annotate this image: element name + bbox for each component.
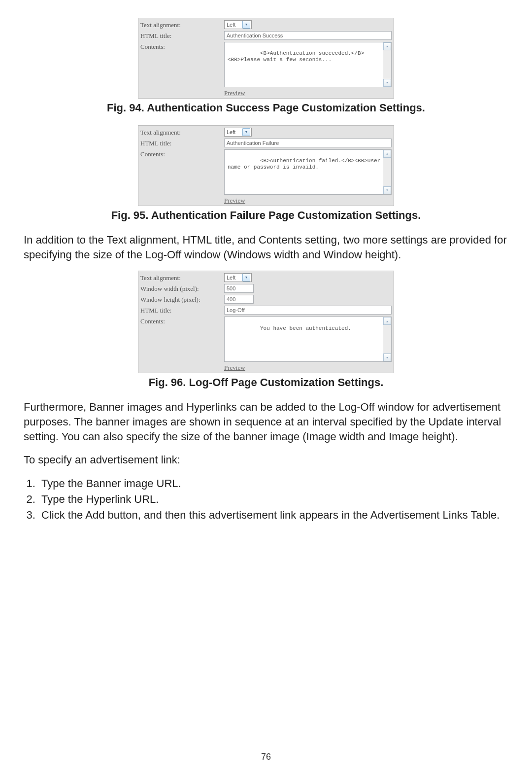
ad-link-steps: Type the Banner image URL. Type the Hype… <box>24 476 508 522</box>
scroll-down-button[interactable]: ▾ <box>383 186 391 194</box>
document-page: Text alignment: Left ▾ HTML title: Authe… <box>0 0 532 774</box>
row-html-title: HTML title: Authentication Success <box>140 31 392 40</box>
label-window-width: Window width (pixel): <box>140 284 224 293</box>
html-title-input[interactable]: Authentication Success <box>224 31 392 40</box>
scroll-up-button[interactable]: ▴ <box>383 317 391 325</box>
figure-caption-96: Fig. 96. Log-Off Page Customization Sett… <box>24 376 508 389</box>
text-alignment-select[interactable]: Left ▾ <box>224 20 252 29</box>
contents-textarea[interactable]: You have been authenticated. ▴ ▾ <box>224 317 392 362</box>
text-alignment-value: Left <box>227 129 235 135</box>
row-html-title: HTML title: Log-Off <box>140 306 392 315</box>
row-window-height: Window height (pixel): 400 <box>140 295 392 304</box>
label-text-alignment: Text alignment: <box>140 20 224 29</box>
auth-failure-settings-box: Text alignment: Left ▾ HTML title: Authe… <box>138 125 394 206</box>
html-title-input[interactable]: Log-Off <box>224 306 392 315</box>
contents-text: You have been authenticated. <box>260 325 351 331</box>
window-height-input[interactable]: 400 <box>224 295 254 304</box>
preview-row: Preview <box>140 197 392 205</box>
preview-row: Preview <box>140 89 392 97</box>
text-alignment-select[interactable]: Left ▾ <box>224 273 252 282</box>
contents-text: <B>Authentication failed.</B><BR>User na… <box>228 158 384 170</box>
html-title-input[interactable]: Authentication Failure <box>224 139 392 147</box>
label-contents: Contents: <box>140 42 224 51</box>
label-html-title: HTML title: <box>140 31 224 40</box>
row-text-alignment: Text alignment: Left ▾ <box>140 273 392 282</box>
preview-link[interactable]: Preview <box>224 197 245 204</box>
scroll-up-button[interactable]: ▴ <box>383 150 391 158</box>
row-text-alignment: Text alignment: Left ▾ <box>140 20 392 29</box>
label-html-title: HTML title: <box>140 139 224 147</box>
text-alignment-value: Left <box>227 22 235 28</box>
logoff-settings-box: Text alignment: Left ▾ Window width (pix… <box>138 271 394 373</box>
label-text-alignment: Text alignment: <box>140 273 224 282</box>
row-html-title: HTML title: Authentication Failure <box>140 139 392 147</box>
scroll-down-button[interactable]: ▾ <box>383 79 391 87</box>
preview-link[interactable]: Preview <box>224 364 245 371</box>
text-alignment-select[interactable]: Left ▾ <box>224 128 252 137</box>
contents-text: <B>Authentication succeeded.</B><BR>Plea… <box>228 50 364 63</box>
step-1: Type the Banner image URL. <box>38 476 508 491</box>
figure-caption-95: Fig. 95. Authentication Failure Page Cus… <box>24 209 508 222</box>
paragraph-logoff-size: In addition to the Text alignment, HTML … <box>24 233 508 262</box>
scroll-down-button[interactable]: ▾ <box>383 353 391 361</box>
contents-textarea[interactable]: <B>Authentication failed.</B><BR>User na… <box>224 149 392 195</box>
label-contents: Contents: <box>140 149 224 158</box>
label-window-height: Window height (pixel): <box>140 295 224 304</box>
step-2: Type the Hyperlink URL. <box>38 492 508 507</box>
auth-success-settings-box: Text alignment: Left ▾ HTML title: Authe… <box>138 18 394 99</box>
chevron-down-icon: ▾ <box>242 274 250 281</box>
text-alignment-value: Left <box>227 275 235 281</box>
row-contents: Contents: <B>Authentication failed.</B><… <box>140 149 392 195</box>
window-width-input[interactable]: 500 <box>224 284 254 293</box>
paragraph-ad-link-heading: To specify an advertisement link: <box>24 453 508 467</box>
chevron-down-icon: ▾ <box>242 21 250 29</box>
contents-textarea[interactable]: <B>Authentication succeeded.</B><BR>Plea… <box>224 42 392 87</box>
step-3: Click the Add button, and then this adve… <box>38 508 508 523</box>
row-contents: Contents: <B>Authentication succeeded.</… <box>140 42 392 87</box>
paragraph-banner: Furthermore, Banner images and Hyperlink… <box>24 400 508 444</box>
page-number: 76 <box>0 752 532 762</box>
figure-caption-94: Fig. 94. Authentication Success Page Cus… <box>24 102 508 114</box>
preview-row: Preview <box>140 364 392 372</box>
chevron-down-icon: ▾ <box>242 128 250 136</box>
preview-link[interactable]: Preview <box>224 89 245 97</box>
label-text-alignment: Text alignment: <box>140 128 224 137</box>
row-text-alignment: Text alignment: Left ▾ <box>140 128 392 137</box>
label-html-title: HTML title: <box>140 306 224 315</box>
scroll-up-button[interactable]: ▴ <box>383 42 391 50</box>
row-window-width: Window width (pixel): 500 <box>140 284 392 293</box>
row-contents: Contents: You have been authenticated. ▴… <box>140 317 392 362</box>
label-contents: Contents: <box>140 317 224 325</box>
